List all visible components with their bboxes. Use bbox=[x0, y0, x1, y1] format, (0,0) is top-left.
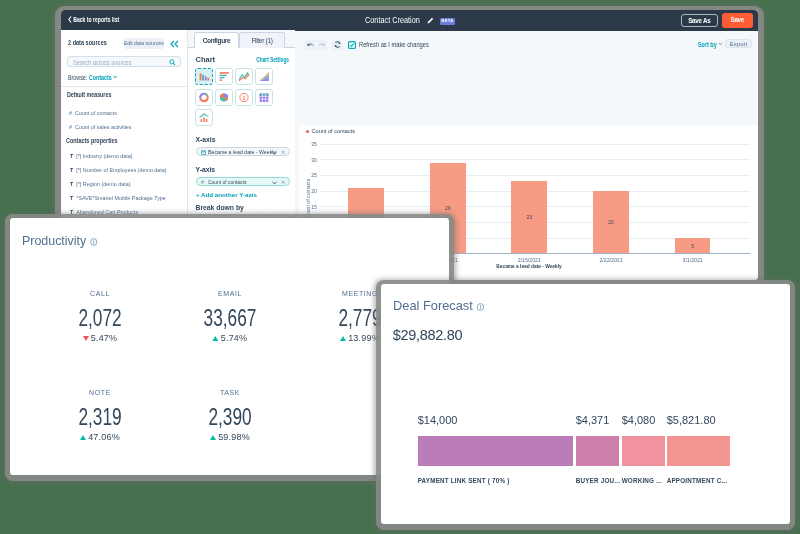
svg-text:1: 1 bbox=[242, 94, 246, 101]
